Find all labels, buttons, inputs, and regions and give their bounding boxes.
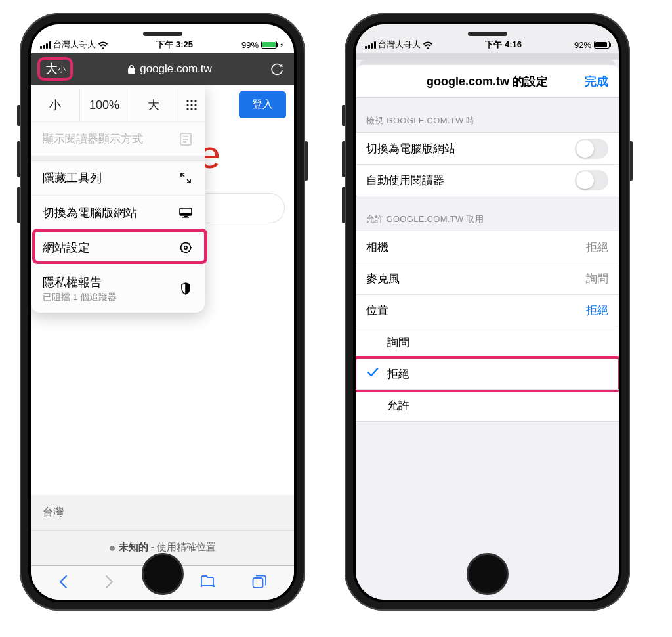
status-bar: 台灣大哥大 下午 3:25 99% ⚡︎ xyxy=(31,24,294,53)
svg-rect-15 xyxy=(184,216,188,217)
reload-button[interactable] xyxy=(266,62,287,76)
safari-page: 登入 e 小 100% 大 xyxy=(31,85,294,600)
location-option-deny[interactable]: 拒絕 xyxy=(356,358,619,389)
modal-title: google.com.tw 的設定 xyxy=(427,74,548,89)
bookmarks-button[interactable] xyxy=(200,575,216,592)
zoom-level[interactable]: 100% xyxy=(80,89,129,121)
clock: 下午 3:25 xyxy=(156,39,193,51)
lock-icon xyxy=(127,64,136,74)
reader-icon xyxy=(178,133,193,146)
home-button[interactable] xyxy=(142,553,184,595)
text-size-button[interactable]: 大小 xyxy=(37,57,73,81)
auto-reader-toggle-row[interactable]: 自動使用閱讀器 xyxy=(356,164,619,196)
privacy-subtitle: 已阻擋 1 個追蹤器 xyxy=(43,292,117,303)
region-label: 台灣 xyxy=(31,495,294,530)
back-button[interactable] xyxy=(58,575,68,592)
status-bar: 台灣大哥大 下午 4:16 92% xyxy=(356,24,619,53)
search-field-edge[interactable] xyxy=(206,193,285,223)
charging-icon: ⚡︎ xyxy=(280,41,285,49)
wifi-icon xyxy=(423,41,433,49)
phone-left: 台灣大哥大 下午 3:25 99% ⚡︎ 大小 go xyxy=(20,13,305,611)
carrier-label: 台灣大哥大 xyxy=(378,39,421,51)
carrier-label: 台灣大哥大 xyxy=(53,39,96,51)
svg-point-5 xyxy=(194,104,196,106)
view-settings-list: 切換為電腦版網站 自動使用閱讀器 xyxy=(356,132,619,196)
phone-right: 台灣大哥大 下午 4:16 92% google.com.tw 的設定 完成 檢 xyxy=(345,13,630,611)
modal-nav-bar: google.com.tw 的設定 完成 xyxy=(356,65,619,98)
section-allow-header: 允許 GOOGLE.COM.TW 取用 xyxy=(356,196,619,231)
camera-row[interactable]: 相機 拒絕 xyxy=(356,231,619,263)
screen-safari: 台灣大哥大 下午 3:25 99% ⚡︎ 大小 go xyxy=(31,24,294,600)
microphone-value: 詢問 xyxy=(586,271,608,286)
url-field[interactable]: google.com.tw xyxy=(77,62,262,76)
zoom-out-button[interactable]: 小 xyxy=(31,89,79,121)
cellular-signal-icon xyxy=(40,41,51,49)
forward-button xyxy=(104,575,114,592)
section-view-header: 檢視 GOOGLE.COM.TW 時 xyxy=(356,98,619,132)
desktop-icon xyxy=(178,208,193,218)
svg-point-18 xyxy=(184,246,187,249)
page-settings-menu: 小 100% 大 顯示閱讀器顯示方式 xyxy=(31,85,205,313)
svg-point-2 xyxy=(194,100,196,102)
toggle-off-icon[interactable] xyxy=(575,139,608,159)
zoom-in-button[interactable]: 大 xyxy=(129,89,178,121)
expand-icon xyxy=(178,172,193,184)
location-value: 拒絕 xyxy=(586,303,608,318)
privacy-report-item[interactable]: 隱私權報告 已阻擋 1 個追蹤器 xyxy=(31,265,205,313)
svg-rect-14 xyxy=(180,213,192,215)
shield-icon xyxy=(178,282,193,296)
battery-percent: 99% xyxy=(242,40,259,50)
svg-rect-16 xyxy=(182,217,189,217)
svg-point-3 xyxy=(186,104,188,106)
svg-point-8 xyxy=(194,108,196,110)
home-button[interactable] xyxy=(467,553,509,595)
reader-label: 顯示閱讀器顯示方式 xyxy=(43,131,143,146)
svg-rect-28 xyxy=(253,578,263,588)
tabs-button[interactable] xyxy=(252,575,266,592)
gear-icon xyxy=(178,241,193,254)
show-reader-item: 顯示閱讀器顯示方式 xyxy=(31,121,205,156)
website-settings-item[interactable]: 網站設定 xyxy=(31,230,205,265)
desktop-site-toggle-row[interactable]: 切換為電腦版網站 xyxy=(356,133,619,164)
svg-point-4 xyxy=(190,104,192,106)
svg-point-1 xyxy=(190,100,192,102)
svg-point-0 xyxy=(186,100,188,102)
location-option-allow[interactable]: 允許 xyxy=(356,389,619,421)
location-row[interactable]: 位置 拒絕 xyxy=(356,294,619,326)
battery-percent: 92% xyxy=(574,40,591,50)
screen-site-settings: 台灣大哥大 下午 4:16 92% google.com.tw 的設定 完成 檢 xyxy=(356,24,619,600)
wifi-icon xyxy=(98,41,108,49)
checkmark-icon xyxy=(368,367,379,381)
battery-icon xyxy=(594,41,610,49)
camera-value: 拒絕 xyxy=(586,240,608,255)
zoom-control: 小 100% 大 xyxy=(31,89,205,121)
more-button[interactable] xyxy=(178,89,205,121)
location-options-list: 詢問 拒絕 允許 xyxy=(356,326,619,422)
cellular-signal-icon xyxy=(365,41,376,49)
request-desktop-item[interactable]: 切換為電腦版網站 xyxy=(31,195,205,230)
safari-address-bar: 大小 google.com.tw xyxy=(31,53,294,85)
clock: 下午 4:16 xyxy=(485,39,522,51)
permissions-list: 相機 拒絕 麥克風 詢問 位置 拒絕 xyxy=(356,231,619,326)
svg-point-6 xyxy=(186,108,188,110)
toggle-off-icon[interactable] xyxy=(575,170,608,190)
location-option-ask[interactable]: 詢問 xyxy=(356,326,619,358)
microphone-row[interactable]: 麥克風 詢問 xyxy=(356,263,619,294)
done-button[interactable]: 完成 xyxy=(585,74,608,89)
login-button[interactable]: 登入 xyxy=(239,91,286,118)
svg-point-7 xyxy=(190,108,192,110)
hide-toolbar-item[interactable]: 隱藏工具列 xyxy=(31,161,205,195)
battery-icon xyxy=(261,41,277,49)
url-text: google.com.tw xyxy=(140,62,212,76)
